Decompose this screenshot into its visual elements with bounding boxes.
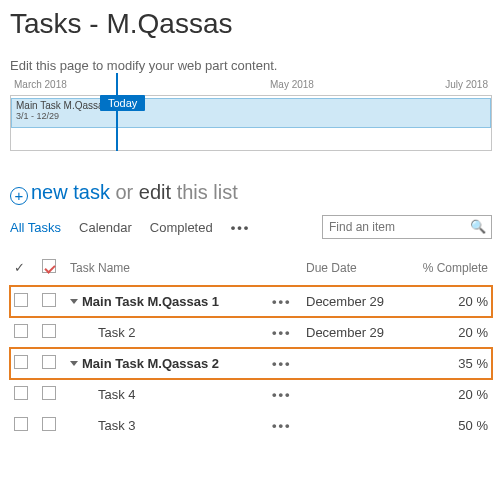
new-task-link[interactable]: new task bbox=[31, 181, 110, 203]
timeline-month-3: July 2018 bbox=[445, 79, 488, 90]
task-name-cell[interactable]: Main Task M.Qassas 1 bbox=[70, 294, 219, 309]
view-all-tasks[interactable]: All Tasks bbox=[10, 220, 61, 235]
timeline: Today March 2018 May 2018 July 2018 Main… bbox=[10, 95, 492, 151]
today-badge: Today bbox=[100, 95, 145, 111]
pct-complete-cell: 20 % bbox=[412, 286, 492, 317]
pct-complete-cell: 20 % bbox=[412, 317, 492, 348]
views-more-icon[interactable]: ••• bbox=[231, 220, 251, 235]
row-select-checkbox[interactable] bbox=[14, 293, 28, 307]
col-pct-complete[interactable]: % Complete bbox=[412, 253, 492, 286]
action-rest: this list bbox=[171, 181, 238, 203]
task-table: ✓ Task Name Due Date % Complete Main Tas… bbox=[10, 253, 492, 441]
task-name-cell[interactable]: Task 2 bbox=[70, 325, 136, 340]
table-row[interactable]: Main Task M.Qassas 2•••35 % bbox=[10, 348, 492, 379]
col-due-date[interactable]: Due Date bbox=[302, 253, 412, 286]
row-menu-icon[interactable]: ••• bbox=[272, 418, 292, 433]
view-completed[interactable]: Completed bbox=[150, 220, 213, 235]
row-complete-checkbox[interactable] bbox=[42, 324, 56, 338]
task-name-text: Task 2 bbox=[98, 325, 136, 340]
timeline-bar-range: 3/1 - 12/29 bbox=[12, 111, 490, 121]
col-task-name[interactable]: Task Name bbox=[66, 253, 268, 286]
due-date-cell: December 29 bbox=[302, 317, 412, 348]
due-date-cell: December 29 bbox=[302, 286, 412, 317]
complete-header-icon[interactable] bbox=[42, 259, 56, 273]
row-select-checkbox[interactable] bbox=[14, 417, 28, 431]
table-row[interactable]: Task 2•••December 2920 % bbox=[10, 317, 492, 348]
view-calendar[interactable]: Calendar bbox=[79, 220, 132, 235]
row-complete-checkbox[interactable] bbox=[42, 293, 56, 307]
task-name-text: Main Task M.Qassas 1 bbox=[82, 294, 219, 309]
task-name-cell[interactable]: Task 3 bbox=[70, 418, 136, 433]
row-complete-checkbox[interactable] bbox=[42, 417, 56, 431]
page-title: Tasks - M.Qassas bbox=[10, 8, 492, 40]
today-line bbox=[116, 73, 118, 151]
action-or: or bbox=[110, 181, 139, 203]
plus-icon: + bbox=[10, 187, 28, 205]
row-complete-checkbox[interactable] bbox=[42, 386, 56, 400]
timeline-bar-title: Main Task M.Qassas 1 bbox=[12, 99, 490, 111]
row-menu-icon[interactable]: ••• bbox=[272, 387, 292, 402]
edit-list-link[interactable]: edit bbox=[139, 181, 171, 203]
row-select-checkbox[interactable] bbox=[14, 355, 28, 369]
task-name-cell[interactable]: Task 4 bbox=[70, 387, 136, 402]
search-input[interactable] bbox=[322, 215, 492, 239]
task-name-text: Main Task M.Qassas 2 bbox=[82, 356, 219, 371]
task-name-text: Task 4 bbox=[98, 387, 136, 402]
pct-complete-cell: 35 % bbox=[412, 348, 492, 379]
table-row[interactable]: Main Task M.Qassas 1•••December 2920 % bbox=[10, 286, 492, 317]
select-all-header-icon[interactable]: ✓ bbox=[14, 260, 25, 275]
timeline-bar[interactable]: Main Task M.Qassas 1 3/1 - 12/29 bbox=[11, 98, 491, 128]
expand-caret-icon[interactable] bbox=[70, 361, 78, 366]
action-row: +new task or edit this list bbox=[10, 181, 492, 205]
row-menu-icon[interactable]: ••• bbox=[272, 356, 292, 371]
row-menu-icon[interactable]: ••• bbox=[272, 325, 292, 340]
row-select-checkbox[interactable] bbox=[14, 324, 28, 338]
due-date-cell bbox=[302, 379, 412, 410]
timeline-month-2: May 2018 bbox=[270, 79, 314, 90]
row-select-checkbox[interactable] bbox=[14, 386, 28, 400]
views-row: All Tasks Calendar Completed ••• 🔍 bbox=[10, 215, 492, 239]
expand-caret-icon[interactable] bbox=[70, 299, 78, 304]
timeline-month-1: March 2018 bbox=[14, 79, 67, 90]
due-date-cell bbox=[302, 348, 412, 379]
row-complete-checkbox[interactable] bbox=[42, 355, 56, 369]
due-date-cell bbox=[302, 410, 412, 441]
task-name-cell[interactable]: Main Task M.Qassas 2 bbox=[70, 356, 219, 371]
task-name-text: Task 3 bbox=[98, 418, 136, 433]
row-menu-icon[interactable]: ••• bbox=[272, 294, 292, 309]
table-row[interactable]: Task 4•••20 % bbox=[10, 379, 492, 410]
pct-complete-cell: 50 % bbox=[412, 410, 492, 441]
table-row[interactable]: Task 3•••50 % bbox=[10, 410, 492, 441]
page-subtitle: Edit this page to modify your web part c… bbox=[10, 58, 492, 73]
pct-complete-cell: 20 % bbox=[412, 379, 492, 410]
